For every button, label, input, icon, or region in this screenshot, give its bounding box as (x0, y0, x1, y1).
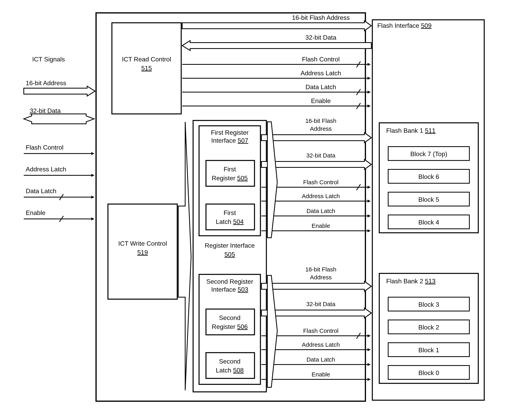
first-reg-if-t1: First Register (211, 129, 249, 136)
svg-text:Data Latch: Data Latch (306, 208, 335, 214)
second-latch-l2: Latch 508 (216, 367, 244, 374)
second-reg-l2: Register 506 (212, 323, 247, 330)
flash-bank-2-title: Flash Bank 2 513 (386, 278, 436, 285)
svg-text:32-bit Data: 32-bit Data (306, 152, 336, 159)
first-latch-box (206, 204, 254, 230)
ext-en-label: Enable (26, 209, 46, 216)
first-latch-l1: First (224, 209, 236, 216)
ict-read-ref: 515 (141, 64, 152, 72)
second-reg-box (206, 309, 254, 335)
top-data-label: 32-bit Data (305, 34, 337, 41)
top-en-label: Enable (311, 97, 331, 104)
flash-interface-title: Flash Interface 509 (377, 22, 431, 29)
first-reg-l2: Register 505 (212, 175, 247, 182)
top-addr-label: 16-bit Flash Address (292, 14, 350, 21)
svg-text:32-bit Data: 32-bit Data (306, 301, 336, 307)
ict-write-title: ICT Write Control (118, 240, 167, 247)
ict-signals-title: ICT Signals (32, 56, 65, 63)
svg-text:Block 4: Block 4 (418, 219, 439, 226)
ext-data-arrow (24, 114, 94, 124)
ext-data-label: 32-bit Data (30, 107, 61, 114)
first-reg-box (206, 160, 254, 186)
top-fc-label: Flash Control (302, 56, 340, 63)
top-data-arrow (182, 41, 371, 50)
bus-to-bank2: 16-bit Flash Address 32-bit Data Flash C… (261, 266, 371, 379)
ext-al-label: Address Latch (26, 166, 66, 173)
svg-text:Block 0: Block 0 (418, 369, 439, 377)
top-addr-arrow (182, 21, 371, 31)
ict-read-title: ICT Read Control (122, 56, 171, 63)
top-al-label: Address Latch (301, 70, 341, 77)
flash-bank-1-title: Flash Bank 1 511 (386, 127, 436, 134)
svg-text:Block 7 (Top): Block 7 (Top) (410, 150, 447, 157)
svg-text:16-bit Flash: 16-bit Flash (305, 266, 337, 273)
svg-text:Block 2: Block 2 (418, 324, 439, 331)
second-reg-l1: Second (219, 314, 241, 321)
register-interface-ref: 505 (224, 251, 235, 258)
svg-text:Block 5: Block 5 (418, 196, 439, 203)
svg-text:Enable: Enable (311, 371, 330, 377)
first-reg-if-t2: Interface 507 (211, 137, 248, 144)
second-reg-if-t1: Second Register (206, 278, 253, 285)
second-latch-l1: Second (219, 358, 241, 365)
svg-text:Block 6: Block 6 (418, 173, 439, 180)
svg-text:Address Latch: Address Latch (302, 193, 340, 199)
ext-addr-arrow (24, 86, 95, 96)
svg-text:Data Latch: Data Latch (306, 356, 335, 363)
bus-to-bank1: 16-bit Flash Address 32-bit Data Flash C… (261, 117, 371, 231)
svg-text:Address: Address (310, 125, 332, 132)
second-latch-box (206, 353, 254, 378)
svg-text:Enable: Enable (311, 222, 330, 229)
write-to-regif-arrow (178, 122, 191, 390)
ext-dl-label: Data Latch (26, 187, 56, 195)
top-dl-label: Data Latch (306, 83, 336, 91)
second-reg-if-t2: Interface 503 (211, 286, 248, 293)
svg-text:Address: Address (310, 274, 332, 281)
regif-to-bank2-funnel (267, 275, 277, 387)
svg-text:16-bit Flash: 16-bit Flash (305, 117, 337, 124)
svg-text:Flash Control: Flash Control (303, 179, 338, 185)
svg-text:Block 3: Block 3 (418, 301, 439, 308)
svg-text:Flash Control: Flash Control (303, 327, 338, 334)
first-latch-l2: Latch 504 (216, 218, 244, 225)
register-interface-title: Register Interface (205, 242, 255, 249)
svg-text:Block 1: Block 1 (418, 347, 439, 354)
first-reg-l1: First (224, 166, 236, 173)
svg-text:Address Latch: Address Latch (302, 341, 340, 348)
ext-addr-label: 16-bit Address (26, 79, 66, 86)
ict-write-ref: 519 (137, 249, 148, 256)
ext-fc-label: Flash Control (26, 144, 63, 151)
